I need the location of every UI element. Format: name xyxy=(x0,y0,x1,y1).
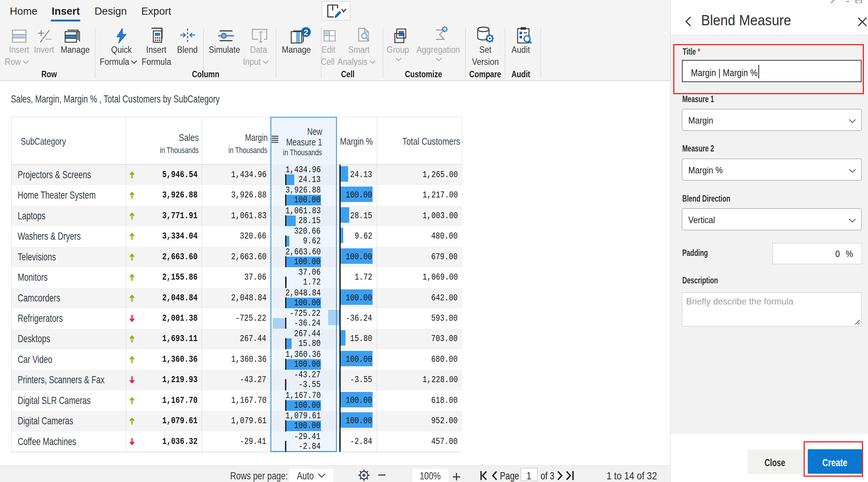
svg-text:2: 2 xyxy=(304,28,308,37)
